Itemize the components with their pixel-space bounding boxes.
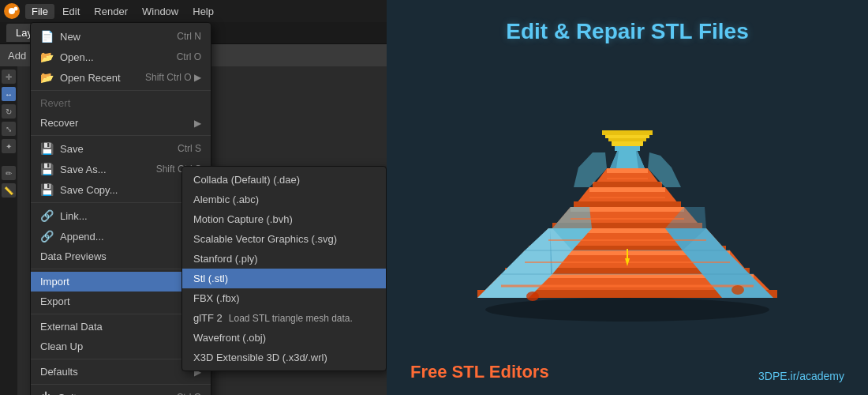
svg-marker-18	[589, 187, 665, 192]
left-sidebar: ✛ ↔ ↻ ⤡ ✦ ✏ 📏	[0, 66, 17, 395]
menu-edit[interactable]: Edit	[56, 4, 86, 19]
svg-point-46	[731, 285, 744, 295]
separator-1	[31, 90, 211, 91]
menu-item-quit[interactable]: ⏻Quit Ctrl Q	[31, 387, 211, 395]
ad-subtitle: Free STL Editors	[410, 362, 549, 382]
pyramid-container	[387, 44, 868, 362]
pyramid-illustration	[462, 77, 793, 329]
menu-bar: File Edit Render Window Help	[0, 0, 387, 22]
menu-window[interactable]: Window	[136, 4, 185, 19]
annotate-icon[interactable]: ✏	[2, 166, 16, 180]
submenu-wavefront[interactable]: Wavefront (.obj)	[182, 328, 386, 348]
menu-item-open[interactable]: 📂Open... Ctrl O	[31, 47, 211, 67]
menu-help[interactable]: Help	[186, 4, 220, 19]
ad-bottom: Free STL Editors 3DPE.ir/academy	[387, 362, 868, 395]
submenu-stl[interactable]: Stl (.stl)	[182, 269, 386, 288]
submenu-gltf[interactable]: glTF 2 Load STL triangle mesh data.	[182, 308, 386, 328]
add-menu[interactable]: Add	[8, 50, 26, 62]
submenu-svg[interactable]: Scalable Vector Graphics (.svg)	[182, 229, 386, 249]
ad-domain: 3DPE.ir/academy	[758, 370, 844, 382]
blender-viewport: File Edit Render Window Help Layout Mode…	[0, 0, 387, 395]
svg-point-2	[14, 7, 18, 11]
menu-item-new[interactable]: 📄New Ctrl N	[31, 26, 211, 47]
svg-rect-29	[602, 130, 653, 135]
menu-item-recover[interactable]: Recover ▶	[31, 113, 211, 133]
measure-icon[interactable]: 📏	[2, 183, 16, 198]
rotate-tool-icon[interactable]: ↻	[2, 104, 16, 118]
submenu-x3d[interactable]: X3D Extensible 3D (.x3d/.wrl)	[182, 348, 386, 367]
move-tool-icon[interactable]: ↔	[2, 87, 16, 101]
ad-title: Edit & Repair STL Files	[506, 19, 749, 44]
submenu-alembic[interactable]: Alembic (.abc)	[182, 190, 386, 209]
menu-item-open-recent[interactable]: 📂Open Recent Shift Ctrl O ▶	[31, 67, 211, 88]
svg-point-3	[485, 298, 769, 322]
svg-marker-20	[593, 182, 662, 187]
menu-item-revert: Revert	[31, 93, 211, 113]
import-submenu: Collada (Default) (.dae) Alembic (.abc) …	[181, 166, 387, 371]
cursor-tool-icon[interactable]: ✛	[2, 70, 16, 84]
menu-render[interactable]: Render	[88, 4, 134, 19]
separator-2	[31, 135, 211, 136]
advertisement-panel: Edit & Repair STL Files	[387, 0, 868, 395]
svg-marker-21	[607, 168, 648, 173]
svg-point-45	[526, 292, 539, 301]
menu-item-save[interactable]: 💾Save Ctrl S	[31, 138, 211, 159]
blender-logo-icon	[3, 2, 21, 20]
submenu-motion-capture[interactable]: Motion Capture (.bvh)	[182, 209, 386, 229]
separator-7	[31, 384, 211, 385]
scale-tool-icon[interactable]: ⤡	[2, 122, 16, 136]
submenu-stanford[interactable]: Stanford (.ply)	[182, 249, 386, 269]
menu-file[interactable]: File	[25, 4, 54, 19]
submenu-collada[interactable]: Collada (Default) (.dae)	[182, 170, 386, 190]
svg-marker-17	[574, 201, 681, 207]
submenu-fbx[interactable]: FBX (.fbx)	[182, 288, 386, 308]
transform-tool-icon[interactable]: ✦	[2, 139, 16, 153]
